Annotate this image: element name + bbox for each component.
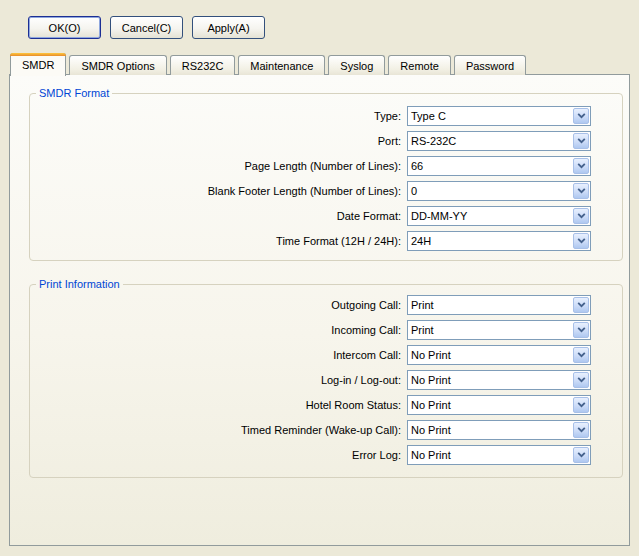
chevron-down-icon: [577, 352, 586, 358]
chevron-down-icon: [577, 452, 586, 458]
page-length-select[interactable]: 66: [407, 156, 591, 176]
selected-value: No Print: [408, 371, 572, 389]
dropdown-button[interactable]: [573, 372, 589, 388]
ok-button[interactable]: OK(O): [28, 16, 101, 39]
blank-footer-length-select[interactable]: 0: [407, 181, 591, 201]
dropdown-button[interactable]: [573, 208, 589, 224]
form-row: Error Log: No Print: [40, 445, 591, 465]
apply-button[interactable]: Apply(A): [192, 16, 265, 39]
chevron-down-icon: [577, 302, 586, 308]
selected-value: Print: [408, 296, 572, 314]
selected-value: No Print: [408, 396, 572, 414]
dropdown-button[interactable]: [573, 347, 589, 363]
selected-value: RS-232C: [408, 132, 572, 150]
dropdown-button[interactable]: [573, 297, 589, 313]
form-row: Time Format (12H / 24H): 24H: [40, 231, 591, 251]
form-row: Date Format: DD-MM-YY: [40, 206, 591, 226]
dropdown-button[interactable]: [573, 447, 589, 463]
field-label: Error Log:: [40, 449, 407, 461]
field-label: Type:: [40, 110, 407, 122]
selected-value: Print: [408, 321, 572, 339]
field-label: Date Format:: [40, 210, 407, 222]
field-label: Timed Reminder (Wake-up Call):: [40, 424, 407, 436]
field-label: Port:: [40, 135, 407, 147]
field-label: Outgoing Call:: [40, 299, 407, 311]
form-row: Log-in / Log-out: No Print: [40, 370, 591, 390]
smdr-tab-page: SMDR Format Print Information Type: Type…: [9, 74, 630, 546]
dropdown-button[interactable]: [573, 133, 589, 149]
dropdown-button[interactable]: [573, 158, 589, 174]
chevron-down-icon: [577, 238, 586, 244]
field-label: Time Format (12H / 24H):: [40, 235, 407, 247]
chevron-down-icon: [577, 188, 586, 194]
selected-value: 0: [408, 182, 572, 200]
chevron-down-icon: [577, 113, 586, 119]
group-title: Print Information: [36, 278, 123, 290]
time-format-select[interactable]: 24H: [407, 231, 591, 251]
dropdown-button[interactable]: [573, 183, 589, 199]
form-row: Blank Footer Length (Number of Lines): 0: [40, 181, 591, 201]
dropdown-button[interactable]: [573, 422, 589, 438]
tab-strip: SMDR SMDR Options RS232C Maintenance Sys…: [10, 52, 529, 75]
group-title: SMDR Format: [36, 87, 112, 99]
error-log-select[interactable]: No Print: [407, 445, 591, 465]
selected-value: Type C: [408, 107, 572, 125]
chevron-down-icon: [577, 402, 586, 408]
intercom-call-select[interactable]: No Print: [407, 345, 591, 365]
dropdown-button[interactable]: [573, 233, 589, 249]
tab-smdr-options[interactable]: SMDR Options: [69, 55, 166, 75]
outgoing-call-select[interactable]: Print: [407, 295, 591, 315]
tab-maintenance[interactable]: Maintenance: [238, 55, 325, 75]
selected-value: DD-MM-YY: [408, 207, 572, 225]
field-label: Intercom Call:: [40, 349, 407, 361]
chevron-down-icon: [577, 377, 586, 383]
field-label: Incoming Call:: [40, 324, 407, 336]
tab-remote[interactable]: Remote: [388, 55, 451, 75]
form-row: Type: Type C: [40, 106, 591, 126]
incoming-call-select[interactable]: Print: [407, 320, 591, 340]
form-row: Hotel Room Status: No Print: [40, 395, 591, 415]
field-label: Blank Footer Length (Number of Lines):: [40, 185, 407, 197]
port-select[interactable]: RS-232C: [407, 131, 591, 151]
tab-syslog[interactable]: Syslog: [328, 55, 385, 75]
chevron-down-icon: [577, 163, 586, 169]
cancel-button[interactable]: Cancel(C): [110, 16, 183, 39]
field-label: Page Length (Number of Lines):: [40, 160, 407, 172]
tab-password[interactable]: Password: [454, 55, 526, 75]
dropdown-button[interactable]: [573, 108, 589, 124]
selected-value: 66: [408, 157, 572, 175]
smdr-settings-dialog: { "toolbar": { "ok_label": "OK(O)", "can…: [0, 0, 639, 556]
chevron-down-icon: [577, 138, 586, 144]
chevron-down-icon: [577, 427, 586, 433]
tab-rs232c[interactable]: RS232C: [170, 55, 236, 75]
tab-smdr[interactable]: SMDR: [10, 53, 66, 76]
form-row: Incoming Call: Print: [40, 320, 591, 340]
login-logout-select[interactable]: No Print: [407, 370, 591, 390]
field-label: Log-in / Log-out:: [40, 374, 407, 386]
chevron-down-icon: [577, 327, 586, 333]
dropdown-button[interactable]: [573, 322, 589, 338]
form-row: Timed Reminder (Wake-up Call): No Print: [40, 420, 591, 440]
type-select[interactable]: Type C: [407, 106, 591, 126]
hotel-room-status-select[interactable]: No Print: [407, 395, 591, 415]
form-row: Port: RS-232C: [40, 131, 591, 151]
form-row: Outgoing Call: Print: [40, 295, 591, 315]
date-format-select[interactable]: DD-MM-YY: [407, 206, 591, 226]
form-row: Page Length (Number of Lines): 66: [40, 156, 591, 176]
selected-value: No Print: [408, 346, 572, 364]
selected-value: 24H: [408, 232, 572, 250]
selected-value: No Print: [408, 421, 572, 439]
form-row: Intercom Call: No Print: [40, 345, 591, 365]
timed-reminder-select[interactable]: No Print: [407, 420, 591, 440]
field-label: Hotel Room Status:: [40, 399, 407, 411]
dropdown-button[interactable]: [573, 397, 589, 413]
chevron-down-icon: [577, 213, 586, 219]
selected-value: No Print: [408, 446, 572, 464]
